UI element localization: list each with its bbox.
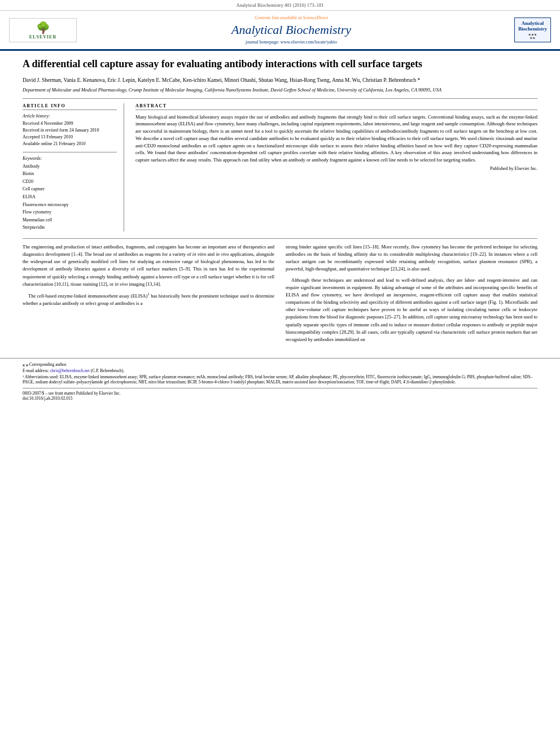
keywords-label: Keywords: <box>23 156 117 161</box>
published-by: Published by Elsevier Inc. <box>135 166 537 171</box>
journal-header: 🌳 ELSEVIER Contents lists available at S… <box>0 11 560 51</box>
abstract-col: ABSTRACT Many biological and biomedical … <box>135 103 537 231</box>
abstract-text: Many biological and biomedical laborator… <box>135 113 537 164</box>
authors: David J. Sherman, Vania E. Kenanova, Eri… <box>23 76 537 84</box>
footer: ⁎ ⁎ Corresponding author. E-mail address… <box>0 358 560 404</box>
keyword-5: Fluorescence microscopy <box>23 201 117 209</box>
content-area: A differential cell capture assay for ev… <box>0 51 560 353</box>
affiliation: Department of Molecular and Medical Phar… <box>23 87 537 94</box>
homepage-prefix: journal homepage: <box>246 40 281 45</box>
received-date: Received 4 November 2009 <box>23 120 117 127</box>
ab-logo-box: AnalyticalBiochemistry ■ ■ ■■ ■ <box>514 18 551 42</box>
divider <box>23 152 117 152</box>
footer-legal: 0003-2697/$ – see front matter Published… <box>23 388 537 401</box>
abstract-paragraph: Many biological and biomedical laborator… <box>135 113 537 164</box>
body-para-2: The cell-based enzyme-linked immunosorbe… <box>23 291 274 307</box>
info-abstract-section: ARTICLE INFO Article history: Received 4… <box>23 98 537 231</box>
corresponding-note: ⁎ ⁎ Corresponding author. <box>23 362 537 367</box>
body-two-col: The engineering and production of intact… <box>23 243 537 347</box>
accepted-date: Accepted 13 February 2010 <box>23 134 117 141</box>
ab-logo-title: AnalyticalBiochemistry <box>518 20 547 32</box>
elsevier-logo-box: 🌳 ELSEVIER <box>9 18 77 42</box>
keyword-4: ELISA <box>23 193 117 201</box>
ab-logo-area: AnalyticalBiochemistry ■ ■ ■■ ■ <box>506 18 551 42</box>
keywords-list: Antibody Biotin CD20 Cell capture ELISA … <box>23 163 117 231</box>
doi-text: doi:10.1016/j.ab.2010.02.015 <box>23 396 537 401</box>
keyword-6: Flow cytometry <box>23 208 117 216</box>
history-label: Article history: <box>23 113 117 119</box>
revised-date: Received in revised form 24 January 2010 <box>23 127 117 134</box>
top-bar: Analytical Biochemistry 401 (2010) 173–1… <box>0 0 560 11</box>
body-col-left: The engineering and production of intact… <box>23 243 274 347</box>
sciencedirect-name[interactable]: ScienceDirect <box>303 15 328 20</box>
body-para-3: strong binder against specific cell line… <box>286 243 537 273</box>
elsevier-logo-area: 🌳 ELSEVIER <box>9 18 77 42</box>
star-icon: ⁎ <box>23 362 25 367</box>
abstract-title: ABSTRACT <box>135 103 537 110</box>
keyword-1: Biotin <box>23 170 117 178</box>
online-date: Available online 21 February 2010 <box>23 141 117 147</box>
body-para-1: The engineering and production of intact… <box>23 243 274 288</box>
keyword-2: CD20 <box>23 178 117 186</box>
sciencedirect-link: Contents lists available at ScienceDirec… <box>77 15 506 20</box>
email-address[interactable]: chris@behrenbruch.net <box>50 368 90 373</box>
homepage-url[interactable]: www.elsevier.com/locate/yabio <box>281 40 337 45</box>
abbrev-note: ¹ Abbreviations used: ELISA, enzyme-link… <box>23 374 537 385</box>
keyword-7: Mammalian cell <box>23 216 117 224</box>
keyword-8: Streptavidin <box>23 224 117 231</box>
article-info-title: ARTICLE INFO <box>23 103 117 110</box>
corresponding-label: ⁎ Corresponding author. <box>26 362 67 367</box>
body-para-4: Although these techniques are understood… <box>286 277 537 344</box>
keyword-0: Antibody <box>23 163 117 171</box>
sciencedirect-prefix: Contents lists available at <box>255 15 303 20</box>
body-col-right: strong binder against specific cell line… <box>286 243 537 347</box>
article-info: ARTICLE INFO Article history: Received 4… <box>23 103 124 231</box>
keyword-3: Cell capture <box>23 185 117 193</box>
body-separator <box>23 238 537 239</box>
journal-title: Analytical Biochemistry <box>77 23 506 37</box>
email-note: E-mail address: chris@behrenbruch.net (C… <box>23 368 537 373</box>
elsevier-label: ELSEVIER <box>29 34 56 40</box>
page: Analytical Biochemistry 401 (2010) 173–1… <box>0 0 560 747</box>
elsevier-tree-icon: 🌳 <box>36 21 50 34</box>
ab-logo-sub: ■ ■ ■■ ■ <box>518 33 547 40</box>
journal-citation: Analytical Biochemistry 401 (2010) 173–1… <box>237 2 324 8</box>
license-text: 0003-2697/$ – see front matter Published… <box>23 391 537 396</box>
article-title: A differential cell capture assay for ev… <box>23 58 537 71</box>
journal-homepage: journal homepage: www.elsevier.com/locat… <box>77 40 506 45</box>
journal-header-center: Contents lists available at ScienceDirec… <box>77 15 506 45</box>
email-name: (C.P. Behrenbruch). <box>91 368 125 373</box>
email-label: E-mail address: <box>23 368 50 373</box>
